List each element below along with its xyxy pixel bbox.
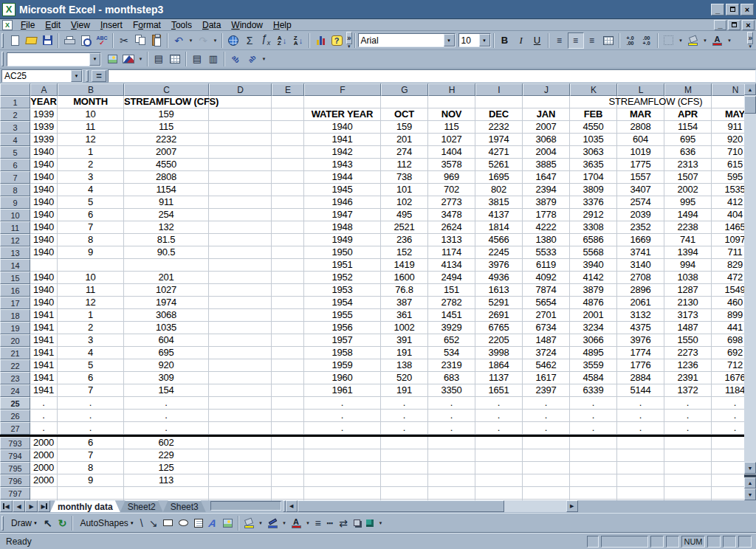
cell-B15[interactable]: 10 xyxy=(58,272,124,284)
cell-K21[interactable]: 4895 xyxy=(570,347,617,359)
row-header-16[interactable]: 16 xyxy=(0,284,30,297)
column-header-J[interactable]: J xyxy=(523,83,570,96)
cell-D12[interactable] xyxy=(209,234,272,246)
row-header-22[interactable]: 22 xyxy=(0,359,30,372)
last-sheet-button[interactable]: ▶ xyxy=(38,500,50,512)
cell-J18[interactable]: 2701 xyxy=(523,309,570,322)
cell-F10[interactable]: 1947 xyxy=(304,209,381,221)
cell-G18[interactable]: 361 xyxy=(381,309,428,322)
cell-J13[interactable]: 5533 xyxy=(523,246,570,259)
cell-D2[interactable] xyxy=(209,108,272,121)
cell-C23[interactable]: 309 xyxy=(124,372,209,384)
cell-K9[interactable]: 3376 xyxy=(570,196,617,209)
cell-D25[interactable] xyxy=(209,397,272,410)
cell-A23[interactable]: 1941 xyxy=(30,372,58,384)
redo-dropdown[interactable]: ▼ xyxy=(211,32,219,49)
cell-L793[interactable] xyxy=(617,437,664,449)
borders-dropdown[interactable]: ▼ xyxy=(677,32,685,49)
cell-D21[interactable] xyxy=(209,347,272,359)
cell-C4[interactable]: 2232 xyxy=(124,134,209,146)
cell-C14[interactable] xyxy=(124,259,209,272)
cell-E25[interactable] xyxy=(272,397,304,410)
cell-A3[interactable]: 1939 xyxy=(30,121,58,134)
cell-I24[interactable]: 1651 xyxy=(475,384,523,397)
cell-G1[interactable] xyxy=(381,96,428,108)
cell-K6[interactable]: 3635 xyxy=(570,159,617,171)
cell-L27[interactable]: . xyxy=(617,422,664,435)
row-header-17[interactable]: 17 xyxy=(0,297,30,309)
menu-edit[interactable]: Edit xyxy=(40,19,66,31)
cell-E26[interactable] xyxy=(272,410,304,422)
cell-M23[interactable]: 2391 xyxy=(664,372,712,384)
cell-I14[interactable]: 3976 xyxy=(475,259,523,272)
cell-E8[interactable] xyxy=(272,184,304,196)
sheet-tab-monthly-data[interactable]: monthly data xyxy=(50,500,120,512)
row-header-25[interactable]: 25 xyxy=(0,397,30,410)
cell-J10[interactable]: 1778 xyxy=(523,209,570,221)
fill-color-button[interactable] xyxy=(685,32,701,49)
cell-C15[interactable]: 201 xyxy=(124,272,209,284)
cell-I9[interactable]: 3815 xyxy=(475,196,523,209)
cell-D797[interactable] xyxy=(209,487,272,500)
cell-E16[interactable] xyxy=(272,284,304,297)
cell-D27[interactable] xyxy=(209,422,272,435)
free-rotate-button[interactable]: ↻ xyxy=(55,515,70,531)
cell-M2[interactable]: APR xyxy=(664,108,712,121)
cell-K794[interactable] xyxy=(570,449,617,462)
cell-E796[interactable] xyxy=(272,474,304,487)
row-header-794[interactable]: 794 xyxy=(0,449,30,462)
cell-L17[interactable]: 2061 xyxy=(617,297,664,309)
cell-M17[interactable]: 2130 xyxy=(664,297,712,309)
cell-K795[interactable] xyxy=(570,462,617,474)
column-header-D[interactable]: D xyxy=(209,83,272,96)
cell-F24[interactable]: 1961 xyxy=(304,384,381,397)
chart-type-dropdown[interactable]: ▼ xyxy=(137,51,145,67)
cell-G8[interactable]: 101 xyxy=(381,184,428,196)
cell-I2[interactable]: DEC xyxy=(475,108,523,121)
cell-A8[interactable]: 1940 xyxy=(30,184,58,196)
cell-E2[interactable] xyxy=(272,108,304,121)
cell-K5[interactable]: 3063 xyxy=(570,146,617,159)
insert-clipart-button[interactable] xyxy=(220,515,236,531)
cell-H14[interactable]: 4134 xyxy=(428,259,475,272)
cell-B18[interactable]: 1 xyxy=(58,309,124,322)
cell-A6[interactable]: 1940 xyxy=(30,159,58,171)
cell-C20[interactable]: 604 xyxy=(124,334,209,347)
next-sheet-button[interactable]: ▶ xyxy=(25,500,38,512)
cell-C8[interactable]: 1154 xyxy=(124,184,209,196)
cell-D794[interactable] xyxy=(209,449,272,462)
cell-M21[interactable]: 2273 xyxy=(664,347,712,359)
cell-A11[interactable]: 1940 xyxy=(30,221,58,234)
cell-G11[interactable]: 2521 xyxy=(381,221,428,234)
cell-L14[interactable]: 3140 xyxy=(617,259,664,272)
cell-J15[interactable]: 4092 xyxy=(523,272,570,284)
cell-H11[interactable]: 2624 xyxy=(428,221,475,234)
row-header-795[interactable]: 795 xyxy=(0,462,30,474)
cell-N4[interactable]: 920 xyxy=(712,134,744,146)
cell-N793[interactable] xyxy=(712,437,744,449)
cell-H12[interactable]: 1313 xyxy=(428,234,475,246)
select-all-corner[interactable] xyxy=(0,83,30,96)
insert-hyperlink-button[interactable] xyxy=(225,32,241,49)
format-selection-button[interactable] xyxy=(104,51,120,67)
align-left-button[interactable]: ≡ xyxy=(551,32,568,49)
cell-D19[interactable] xyxy=(209,322,272,334)
cell-L2[interactable]: MAR xyxy=(617,108,664,121)
cell-I15[interactable]: 4936 xyxy=(475,272,523,284)
scroll-up-button[interactable]: ▲ xyxy=(744,83,756,95)
cell-D7[interactable] xyxy=(209,171,272,184)
cell-C24[interactable]: 154 xyxy=(124,384,209,397)
cell-A793[interactable]: 2000 xyxy=(30,437,58,449)
cell-M795[interactable] xyxy=(664,462,712,474)
cell-L25[interactable]: . xyxy=(617,397,664,410)
row-header-27[interactable]: 27 xyxy=(0,422,30,435)
cell-M7[interactable]: 1507 xyxy=(664,171,712,184)
cell-E797[interactable] xyxy=(272,487,304,500)
cell-N12[interactable]: 1097 xyxy=(712,234,744,246)
cell-C3[interactable]: 115 xyxy=(124,121,209,134)
cell-G22[interactable]: 138 xyxy=(381,359,428,372)
cell-C26[interactable]: . xyxy=(124,410,209,422)
cell-K10[interactable]: 2912 xyxy=(570,209,617,221)
cell-I1[interactable] xyxy=(475,96,523,108)
line-color-dropdown[interactable]: ▼ xyxy=(281,515,289,531)
